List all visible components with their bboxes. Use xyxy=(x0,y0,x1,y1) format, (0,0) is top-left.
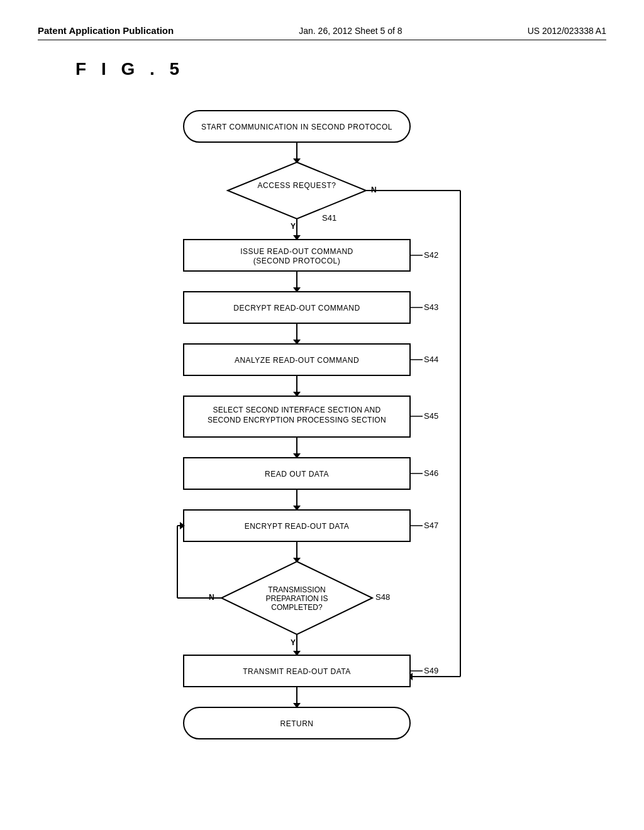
date-sheet-label: Jan. 26, 2012 Sheet 5 of 8 xyxy=(299,26,402,36)
svg-text:Y: Y xyxy=(291,638,296,647)
svg-text:SECOND ENCRYPTION PROCESSING S: SECOND ENCRYPTION PROCESSING SECTION xyxy=(208,416,386,424)
svg-text:SELECT SECOND INTERFACE SECTIO: SELECT SECOND INTERFACE SECTION AND xyxy=(213,406,381,414)
svg-text:COMPLETED?: COMPLETED? xyxy=(271,603,323,612)
svg-text:DECRYPT READ-OUT COMMAND: DECRYPT READ-OUT COMMAND xyxy=(233,304,360,313)
page: Patent Application Publication Jan. 26, … xyxy=(0,0,644,830)
svg-text:TRANSMISSION: TRANSMISSION xyxy=(268,585,325,594)
svg-text:TRANSMIT READ-OUT DATA: TRANSMIT READ-OUT DATA xyxy=(243,667,350,676)
svg-marker-4 xyxy=(228,162,366,219)
svg-text:S49: S49 xyxy=(424,666,438,675)
flowchart-container: START COMMUNICATION IN SECOND PROTOCOL A… xyxy=(38,98,606,790)
svg-text:S42: S42 xyxy=(424,250,438,260)
flowchart-svg: START COMMUNICATION IN SECOND PROTOCOL A… xyxy=(127,98,517,790)
svg-text:START COMMUNICATION IN SECOND : START COMMUNICATION IN SECOND PROTOCOL xyxy=(201,123,392,131)
svg-text:READ OUT DATA: READ OUT DATA xyxy=(265,470,329,479)
svg-text:ACCESS REQUEST?: ACCESS REQUEST? xyxy=(258,181,336,190)
svg-text:(SECOND PROTOCOL): (SECOND PROTOCOL) xyxy=(253,257,340,265)
publication-label: Patent Application Publication xyxy=(38,25,174,36)
svg-text:S43: S43 xyxy=(424,302,438,312)
svg-text:S45: S45 xyxy=(424,411,438,421)
patent-number-label: US 2012/023338 A1 xyxy=(528,26,606,36)
svg-text:Y: Y xyxy=(291,222,296,231)
svg-text:S46: S46 xyxy=(424,468,438,478)
figure-title: F I G . 5 xyxy=(75,59,606,79)
svg-text:S48: S48 xyxy=(375,592,390,602)
svg-text:ENCRYPT READ-OUT DATA: ENCRYPT READ-OUT DATA xyxy=(245,522,350,531)
svg-text:RETURN: RETURN xyxy=(280,719,314,728)
svg-text:S47: S47 xyxy=(424,521,438,530)
svg-text:ISSUE READ-OUT COMMAND: ISSUE READ-OUT COMMAND xyxy=(240,247,353,256)
page-header: Patent Application Publication Jan. 26, … xyxy=(38,25,606,40)
svg-text:PREPARATION IS: PREPARATION IS xyxy=(266,594,328,603)
svg-text:ANALYZE READ-OUT COMMAND: ANALYZE READ-OUT COMMAND xyxy=(235,356,359,365)
svg-text:S41: S41 xyxy=(322,213,336,223)
svg-text:S44: S44 xyxy=(424,355,438,364)
